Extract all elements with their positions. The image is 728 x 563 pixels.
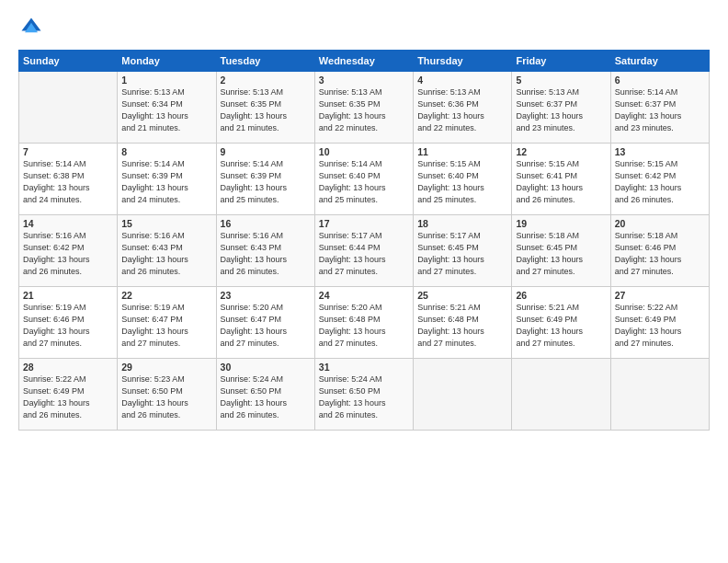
- calendar-cell: 6Sunrise: 5:14 AM Sunset: 6:37 PM Daylig…: [610, 72, 709, 144]
- calendar-week-row: 1Sunrise: 5:13 AM Sunset: 6:34 PM Daylig…: [19, 72, 710, 144]
- weekday-header: Thursday: [414, 51, 512, 72]
- day-info: Sunrise: 5:23 AM Sunset: 6:50 PM Dayligh…: [121, 373, 211, 421]
- day-info: Sunrise: 5:17 AM Sunset: 6:45 PM Dayligh…: [417, 230, 507, 278]
- calendar-week-row: 21Sunrise: 5:19 AM Sunset: 6:46 PM Dayli…: [19, 287, 710, 359]
- day-number: 6: [615, 75, 705, 86]
- day-info: Sunrise: 5:17 AM Sunset: 6:44 PM Dayligh…: [319, 230, 409, 278]
- day-number: 20: [615, 218, 705, 229]
- calendar-cell: [19, 72, 118, 144]
- day-number: 15: [121, 218, 211, 229]
- day-info: Sunrise: 5:13 AM Sunset: 6:36 PM Dayligh…: [417, 86, 507, 134]
- day-number: 26: [516, 290, 606, 301]
- day-info: Sunrise: 5:21 AM Sunset: 6:49 PM Dayligh…: [516, 302, 606, 350]
- calendar-cell: 9Sunrise: 5:14 AM Sunset: 6:39 PM Daylig…: [216, 144, 314, 215]
- day-info: Sunrise: 5:13 AM Sunset: 6:35 PM Dayligh…: [319, 86, 409, 134]
- calendar-cell: 25Sunrise: 5:21 AM Sunset: 6:48 PM Dayli…: [414, 287, 512, 359]
- day-info: Sunrise: 5:24 AM Sunset: 6:50 PM Dayligh…: [221, 373, 311, 421]
- calendar-week-row: 14Sunrise: 5:16 AM Sunset: 6:42 PM Dayli…: [19, 215, 710, 287]
- calendar-cell: 30Sunrise: 5:24 AM Sunset: 6:50 PM Dayli…: [216, 359, 314, 431]
- calendar-cell: 24Sunrise: 5:20 AM Sunset: 6:48 PM Dayli…: [314, 287, 413, 359]
- day-info: Sunrise: 5:18 AM Sunset: 6:45 PM Dayligh…: [516, 230, 606, 278]
- day-number: 3: [319, 75, 409, 86]
- calendar-cell: 4Sunrise: 5:13 AM Sunset: 6:36 PM Daylig…: [414, 72, 512, 144]
- day-info: Sunrise: 5:14 AM Sunset: 6:40 PM Dayligh…: [319, 158, 409, 206]
- calendar-cell: 12Sunrise: 5:15 AM Sunset: 6:41 PM Dayli…: [512, 144, 610, 215]
- calendar-cell: 14Sunrise: 5:16 AM Sunset: 6:42 PM Dayli…: [19, 215, 118, 287]
- day-info: Sunrise: 5:15 AM Sunset: 6:42 PM Dayligh…: [615, 158, 705, 206]
- calendar-cell: 19Sunrise: 5:18 AM Sunset: 6:45 PM Dayli…: [512, 215, 610, 287]
- weekday-header: Friday: [512, 51, 610, 72]
- day-info: Sunrise: 5:13 AM Sunset: 6:35 PM Dayligh…: [221, 86, 311, 134]
- day-info: Sunrise: 5:21 AM Sunset: 6:48 PM Dayligh…: [417, 302, 507, 350]
- day-number: 28: [23, 362, 113, 373]
- calendar-cell: 18Sunrise: 5:17 AM Sunset: 6:45 PM Dayli…: [414, 215, 512, 287]
- day-info: Sunrise: 5:20 AM Sunset: 6:47 PM Dayligh…: [221, 302, 311, 350]
- day-number: 2: [221, 75, 311, 86]
- day-number: 25: [417, 290, 507, 301]
- calendar-page: SundayMondayTuesdayWednesdayThursdayFrid…: [0, 0, 728, 563]
- logo-icon: [18, 15, 44, 40]
- day-number: 4: [417, 75, 507, 86]
- day-info: Sunrise: 5:16 AM Sunset: 6:43 PM Dayligh…: [121, 230, 211, 278]
- calendar-cell: 3Sunrise: 5:13 AM Sunset: 6:35 PM Daylig…: [314, 72, 413, 144]
- weekday-header: Wednesday: [314, 51, 413, 72]
- day-info: Sunrise: 5:15 AM Sunset: 6:40 PM Dayligh…: [417, 158, 507, 206]
- day-number: 1: [121, 75, 211, 86]
- calendar-cell: 23Sunrise: 5:20 AM Sunset: 6:47 PM Dayli…: [216, 287, 314, 359]
- day-info: Sunrise: 5:14 AM Sunset: 6:39 PM Dayligh…: [221, 158, 311, 206]
- day-number: 23: [221, 290, 311, 301]
- calendar-header-row: SundayMondayTuesdayWednesdayThursdayFrid…: [19, 51, 710, 72]
- day-info: Sunrise: 5:19 AM Sunset: 6:46 PM Dayligh…: [23, 302, 113, 350]
- day-number: 9: [221, 146, 311, 157]
- day-info: Sunrise: 5:14 AM Sunset: 6:38 PM Dayligh…: [23, 158, 113, 206]
- day-number: 18: [417, 218, 507, 229]
- calendar-cell: 20Sunrise: 5:18 AM Sunset: 6:46 PM Dayli…: [610, 215, 709, 287]
- calendar-cell: 16Sunrise: 5:16 AM Sunset: 6:43 PM Dayli…: [216, 215, 314, 287]
- logo: [18, 15, 46, 40]
- calendar-cell: 7Sunrise: 5:14 AM Sunset: 6:38 PM Daylig…: [19, 144, 118, 215]
- day-number: 19: [516, 218, 606, 229]
- day-number: 29: [121, 362, 211, 373]
- calendar-cell: 5Sunrise: 5:13 AM Sunset: 6:37 PM Daylig…: [512, 72, 610, 144]
- calendar-cell: 2Sunrise: 5:13 AM Sunset: 6:35 PM Daylig…: [216, 72, 314, 144]
- calendar-cell: 8Sunrise: 5:14 AM Sunset: 6:39 PM Daylig…: [118, 144, 216, 215]
- header: [18, 15, 710, 40]
- day-info: Sunrise: 5:16 AM Sunset: 6:43 PM Dayligh…: [221, 230, 311, 278]
- calendar-week-row: 7Sunrise: 5:14 AM Sunset: 6:38 PM Daylig…: [19, 144, 710, 215]
- calendar-cell: [610, 359, 709, 431]
- day-info: Sunrise: 5:19 AM Sunset: 6:47 PM Dayligh…: [121, 302, 211, 350]
- day-number: 5: [516, 75, 606, 86]
- day-info: Sunrise: 5:13 AM Sunset: 6:37 PM Dayligh…: [516, 86, 606, 134]
- calendar-cell: 11Sunrise: 5:15 AM Sunset: 6:40 PM Dayli…: [414, 144, 512, 215]
- day-number: 12: [516, 146, 606, 157]
- day-number: 17: [319, 218, 409, 229]
- day-number: 10: [319, 146, 409, 157]
- calendar-cell: 13Sunrise: 5:15 AM Sunset: 6:42 PM Dayli…: [610, 144, 709, 215]
- day-number: 22: [121, 290, 211, 301]
- weekday-header: Tuesday: [216, 51, 314, 72]
- day-info: Sunrise: 5:24 AM Sunset: 6:50 PM Dayligh…: [319, 373, 409, 421]
- calendar-cell: [414, 359, 512, 431]
- day-info: Sunrise: 5:20 AM Sunset: 6:48 PM Dayligh…: [319, 302, 409, 350]
- weekday-header: Monday: [118, 51, 216, 72]
- calendar-cell: 17Sunrise: 5:17 AM Sunset: 6:44 PM Dayli…: [314, 215, 413, 287]
- day-info: Sunrise: 5:22 AM Sunset: 6:49 PM Dayligh…: [615, 302, 705, 350]
- calendar-cell: 15Sunrise: 5:16 AM Sunset: 6:43 PM Dayli…: [118, 215, 216, 287]
- weekday-header: Sunday: [19, 51, 118, 72]
- calendar-cell: 27Sunrise: 5:22 AM Sunset: 6:49 PM Dayli…: [610, 287, 709, 359]
- calendar-cell: 26Sunrise: 5:21 AM Sunset: 6:49 PM Dayli…: [512, 287, 610, 359]
- calendar-cell: 28Sunrise: 5:22 AM Sunset: 6:49 PM Dayli…: [19, 359, 118, 431]
- day-info: Sunrise: 5:14 AM Sunset: 6:37 PM Dayligh…: [615, 86, 705, 134]
- day-info: Sunrise: 5:14 AM Sunset: 6:39 PM Dayligh…: [121, 158, 211, 206]
- day-info: Sunrise: 5:16 AM Sunset: 6:42 PM Dayligh…: [23, 230, 113, 278]
- calendar-cell: 31Sunrise: 5:24 AM Sunset: 6:50 PM Dayli…: [314, 359, 413, 431]
- calendar-cell: 22Sunrise: 5:19 AM Sunset: 6:47 PM Dayli…: [118, 287, 216, 359]
- day-info: Sunrise: 5:15 AM Sunset: 6:41 PM Dayligh…: [516, 158, 606, 206]
- calendar-week-row: 28Sunrise: 5:22 AM Sunset: 6:49 PM Dayli…: [19, 359, 710, 431]
- calendar-cell: 10Sunrise: 5:14 AM Sunset: 6:40 PM Dayli…: [314, 144, 413, 215]
- calendar-cell: 21Sunrise: 5:19 AM Sunset: 6:46 PM Dayli…: [19, 287, 118, 359]
- day-number: 7: [23, 146, 113, 157]
- day-info: Sunrise: 5:18 AM Sunset: 6:46 PM Dayligh…: [615, 230, 705, 278]
- day-number: 13: [615, 146, 705, 157]
- calendar-cell: 1Sunrise: 5:13 AM Sunset: 6:34 PM Daylig…: [118, 72, 216, 144]
